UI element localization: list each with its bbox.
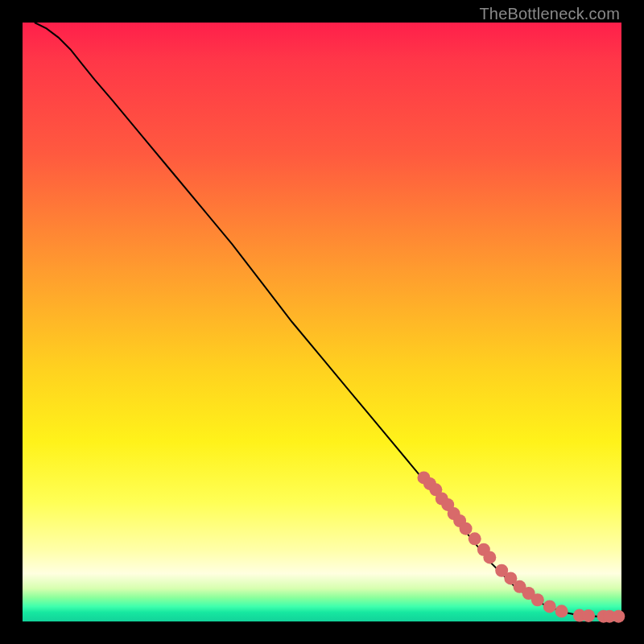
marker-dot xyxy=(543,600,556,613)
curve-line xyxy=(35,23,621,617)
marker-dot xyxy=(612,610,625,623)
marker-dot xyxy=(555,605,568,617)
marker-dot xyxy=(531,593,544,606)
marker-dot xyxy=(483,551,496,564)
chart-svg xyxy=(23,23,621,621)
marker-dot xyxy=(582,609,595,622)
marker-group xyxy=(417,471,625,622)
marker-dot xyxy=(460,522,473,535)
marker-dot xyxy=(469,532,481,545)
chart-frame: TheBottleneck.com xyxy=(0,0,644,644)
watermark-text: TheBottleneck.com xyxy=(479,5,620,23)
plot-area xyxy=(23,23,621,621)
